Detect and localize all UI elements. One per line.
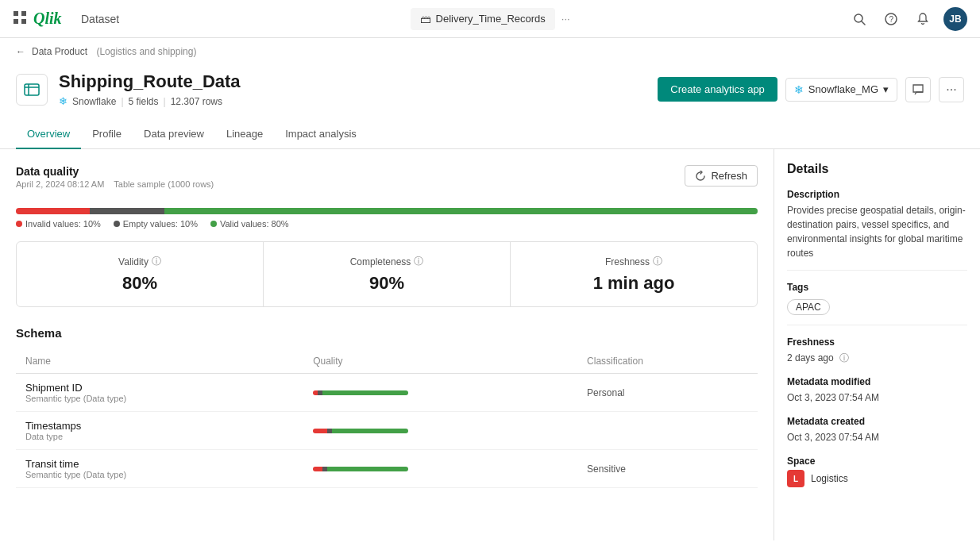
snowflake-dropdown-label: Snowflake_MG: [808, 83, 878, 95]
field-type: Data type: [25, 432, 294, 441]
invalid-dot: [16, 221, 22, 227]
table-row: Shipment ID Semantic type (Data type) Pe…: [16, 374, 758, 412]
tab-lineage[interactable]: Lineage: [215, 120, 274, 149]
svg-rect-9: [25, 84, 39, 95]
chat-icon[interactable]: [905, 77, 931, 102]
svg-text:?: ?: [889, 15, 894, 24]
freshness-detail-label: Freshness: [787, 337, 967, 348]
field-name: Shipment ID: [25, 382, 294, 394]
tags-label: Tags: [787, 282, 967, 293]
completeness-cell: Completeness ⓘ 90%: [264, 242, 511, 306]
source-name: Snowflake: [72, 96, 116, 107]
chevron-down-icon: ▾: [883, 83, 889, 95]
tag-chip[interactable]: APAC: [787, 299, 830, 315]
svg-line-6: [862, 21, 865, 25]
search-icon[interactable]: [848, 8, 870, 30]
data-quality-title: Data quality: [16, 165, 214, 178]
schema-table: Name Quality Classification Shipment ID …: [16, 349, 758, 488]
svg-rect-0: [14, 11, 18, 16]
space-label: Space: [787, 456, 967, 467]
svg-rect-2: [14, 19, 18, 24]
freshness-detail-info-icon[interactable]: ⓘ: [839, 352, 849, 363]
stats-row: Validity ⓘ 80% Completeness ⓘ 90% Freshn…: [16, 241, 758, 307]
snowflake-icon: ❄: [59, 95, 68, 107]
completeness-value: 90%: [276, 273, 497, 294]
tab-data-preview[interactable]: Data preview: [133, 120, 215, 149]
invalid-bar: [16, 208, 90, 214]
breadcrumb-sub: (Logistics and shipping): [96, 46, 196, 57]
refresh-icon: [695, 171, 706, 182]
validity-info-icon[interactable]: ⓘ: [152, 255, 161, 268]
tab-impact-analysis[interactable]: Impact analysis: [274, 120, 368, 149]
metadata-created-label: Metadata created: [787, 416, 967, 427]
svg-rect-3: [21, 19, 26, 24]
svg-rect-1: [21, 11, 26, 16]
nav-center: 🗃 Delivery_Time_Records ···: [132, 8, 848, 30]
data-quality-header: Data quality April 2, 2024 08:12 AM Tabl…: [16, 165, 758, 198]
metadata-modified-value: Oct 3, 2023 07:54 AM: [787, 390, 967, 405]
back-button[interactable]: ←: [16, 46, 25, 57]
refresh-button[interactable]: Refresh: [685, 165, 758, 187]
main-layout: Data quality April 2, 2024 08:12 AM Tabl…: [0, 149, 980, 540]
description-label: Description: [787, 189, 967, 200]
breadcrumb-link[interactable]: Data Product: [32, 46, 87, 57]
space-name[interactable]: Logistics: [811, 473, 848, 484]
validity-value: 80%: [29, 273, 250, 294]
nav-more-icon[interactable]: ···: [561, 13, 570, 25]
nav-tab-label: Delivery_Time_Records: [436, 13, 546, 25]
dataset-title: Shipping_Route_Data: [59, 71, 658, 92]
classification-badge: Sensitive: [587, 463, 626, 475]
table-row: Timestamps Data type: [16, 412, 758, 450]
snowflake-dropdown[interactable]: ❄ Snowflake_MG ▾: [785, 78, 897, 102]
dataset-tab-icon: 🗃: [420, 13, 431, 25]
help-icon[interactable]: ?: [880, 8, 902, 30]
tabs-bar: Overview Profile Data preview Lineage Im…: [0, 120, 980, 149]
metadata-created-value: Oct 3, 2023 07:54 AM: [787, 430, 967, 444]
completeness-info-icon[interactable]: ⓘ: [414, 255, 423, 268]
nav-right: ? JB: [848, 7, 967, 31]
quality-bar-track: [16, 208, 758, 214]
valid-bar: [164, 208, 758, 214]
avatar[interactable]: JB: [943, 7, 967, 31]
breadcrumb: ← Data Product (Logistics and shipping): [0, 38, 980, 65]
field-type: Semantic type (Data type): [25, 470, 294, 479]
dataset-icon: [16, 74, 48, 106]
notification-icon[interactable]: [912, 8, 934, 30]
schema-title: Schema: [16, 326, 758, 340]
classification-badge: Personal: [587, 387, 624, 398]
nav-app-name: Dataset: [81, 13, 119, 25]
schema-quality-bar: [313, 467, 408, 471]
more-actions-icon[interactable]: ···: [939, 77, 964, 102]
description-value: Provides precise geospatial details, ori…: [787, 203, 967, 260]
dataset-header: Shipping_Route_Data ❄ Snowflake | 5 fiel…: [0, 65, 980, 120]
freshness-cell: Freshness ⓘ 1 min ago: [511, 242, 757, 306]
empty-dot: [114, 221, 120, 227]
right-panel: Details Description Provides precise geo…: [774, 149, 980, 540]
space-item: L Logistics: [787, 470, 967, 487]
data-quality-subtitle: April 2, 2024 08:12 AM Table sample (100…: [16, 179, 214, 189]
field-name: Timestamps: [25, 420, 294, 432]
freshness-info-icon[interactable]: ⓘ: [653, 255, 662, 268]
snowflake-dropdown-icon: ❄: [794, 83, 804, 96]
svg-text:Qlik: Qlik: [33, 10, 62, 27]
dataset-meta: ❄ Snowflake | 5 fields | 12.307 rows: [59, 95, 658, 107]
qlik-logo: Qlik: [33, 10, 75, 29]
nav-dataset-tab[interactable]: 🗃 Delivery_Time_Records: [411, 8, 555, 30]
tab-profile[interactable]: Profile: [81, 120, 133, 149]
metadata-modified-label: Metadata modified: [787, 376, 967, 387]
col-name: Name: [16, 349, 303, 374]
completeness-label: Completeness: [350, 256, 411, 267]
dataset-info: Shipping_Route_Data ❄ Snowflake | 5 fiel…: [59, 71, 658, 107]
quality-bars: Invalid values: 10% Empty values: 10% Va…: [16, 208, 758, 229]
valid-dot: [210, 221, 217, 227]
top-nav: Qlik Dataset 🗃 Delivery_Time_Records ···…: [0, 0, 980, 38]
schema-quality-bar: [313, 429, 408, 433]
create-analytics-app-button[interactable]: Create analytics app: [658, 77, 777, 102]
dataset-actions: Create analytics app ❄ Snowflake_MG ▾ ··…: [658, 77, 964, 102]
tab-overview[interactable]: Overview: [16, 120, 81, 149]
quality-legend: Invalid values: 10% Empty values: 10% Va…: [16, 219, 758, 229]
col-classification: Classification: [577, 349, 758, 374]
col-quality: Quality: [303, 349, 577, 374]
grid-icon[interactable]: [13, 10, 27, 27]
freshness-value: 1 min ago: [523, 273, 744, 294]
